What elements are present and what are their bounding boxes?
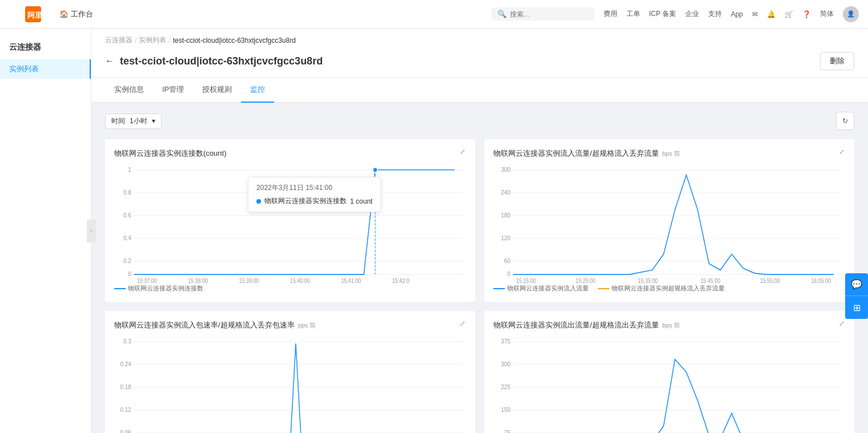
svg-text:15:45:00: 15:45:00	[701, 277, 721, 284]
svg-text:15:37:00: 15:37:00	[137, 277, 157, 284]
tab-auth-rules[interactable]: 授权规则	[193, 78, 241, 103]
chart4-expand-btn[interactable]: ⤢	[836, 318, 847, 329]
support-link[interactable]: 支持	[708, 9, 722, 19]
svg-text:15:55:00: 15:55:00	[760, 277, 780, 284]
sidebar-collapse-btn[interactable]: ‹	[87, 220, 96, 242]
tooltip-label: 物联网云连接器实例连接数	[264, 196, 347, 206]
svg-text:300: 300	[501, 166, 511, 173]
workbench-btn[interactable]: 🏠 工作台	[53, 7, 100, 22]
tab-ip-management[interactable]: IP管理	[153, 78, 193, 103]
avatar[interactable]: 👤	[843, 6, 859, 22]
svg-text:0.6: 0.6	[123, 212, 131, 219]
sidebar-item-instance-list[interactable]: 实例列表	[0, 59, 91, 79]
logo-area: 阿里云	[9, 6, 41, 22]
breadcrumb-item-0[interactable]: 云连接器	[105, 35, 132, 45]
aliyun-logo-icon: 阿里云	[25, 6, 41, 22]
svg-text:15:42:0: 15:42:0	[392, 277, 409, 284]
legend-line-0	[114, 288, 126, 289]
time-selector[interactable]: 时间 1小时 ▾	[105, 114, 162, 129]
help-icon[interactable]: ❓	[802, 10, 811, 18]
chart3-expand-btn[interactable]: ⤢	[457, 318, 468, 329]
lang-switcher[interactable]: 简体	[820, 9, 834, 19]
svg-text:0: 0	[507, 270, 511, 278]
svg-text:15:40:00: 15:40:00	[290, 277, 310, 284]
tab-monitor[interactable]: 监控	[241, 78, 274, 103]
chart1-expand-btn[interactable]: ⤢	[457, 146, 468, 157]
chart4-unit: bps 筒	[662, 321, 681, 330]
search-input[interactable]	[510, 10, 589, 18]
search-box[interactable]: 🔍	[492, 7, 594, 21]
chart1-area: 1 0.8 0.6 0.4 0.2 0	[114, 165, 466, 280]
delete-button[interactable]: 删除	[820, 52, 854, 70]
cart-icon[interactable]: 🛒	[785, 10, 793, 18]
page-layout: 云连接器 实例列表 ‹ 云连接器 / 实例列表 / test-cciot-clo…	[0, 29, 868, 433]
svg-point-15	[373, 167, 377, 172]
page-title-group: ← test-cciot-cloud|iotcc-63hxtjcvcfgcc3u…	[105, 55, 323, 67]
svg-text:15:39:00: 15:39:00	[239, 277, 259, 284]
svg-text:15:15:00: 15:15:00	[516, 277, 536, 284]
refresh-button[interactable]: ↻	[836, 112, 854, 130]
breadcrumb-sep-1: /	[168, 37, 170, 44]
workbench-label: 工作台	[71, 9, 93, 19]
legend-item-0: 物联网云连接器实例连接数	[114, 284, 203, 293]
chart4-title: 物联网云连接器实例流出流量/超规格流出丢弃流量	[493, 320, 659, 330]
app-link[interactable]: App	[731, 10, 743, 18]
svg-text:0.8: 0.8	[123, 189, 131, 196]
chart1-title: 物联网云连接器实例连接数(count)	[114, 148, 226, 159]
monitor-toolbar: 时间 1小时 ▾ ↻	[105, 112, 854, 130]
breadcrumb-sep-0: /	[135, 37, 136, 44]
svg-text:0.12: 0.12	[120, 406, 131, 414]
legend-label-c2-0: 物联网云连接器实例流入流量	[507, 284, 589, 293]
fee-link[interactable]: 费用	[604, 9, 617, 19]
enterprise-link[interactable]: 企业	[685, 9, 699, 19]
back-button[interactable]: ←	[105, 56, 114, 66]
grid-float-btn[interactable]: ⊞	[845, 296, 868, 319]
right-float-buttons: 💬 ⊞	[845, 273, 868, 319]
chart2-expand-btn[interactable]: ⤢	[836, 146, 847, 157]
chat-float-btn[interactable]: 💬	[845, 273, 868, 296]
breadcrumb-item-1[interactable]: 实例列表	[139, 35, 166, 45]
grid-icon: ⊞	[853, 302, 861, 313]
content-header: 云连接器 / 实例列表 / test-cciot-cloud|iotcc-63h…	[91, 29, 868, 78]
main-content: 云连接器 / 实例列表 / test-cciot-cloud|iotcc-63h…	[91, 29, 868, 433]
ticket-link[interactable]: 工单	[626, 9, 640, 19]
svg-text:阿里云: 阿里云	[27, 11, 50, 19]
svg-text:120: 120	[501, 234, 511, 242]
chart2-area: 300 240 180 120 60 0	[493, 165, 845, 280]
legend-label-c2-1: 物联网云连接器实例超规格流入丢弃流量	[612, 284, 725, 293]
svg-text:150: 150	[501, 406, 511, 414]
chart2-title: 物联网云连接器实例流入流量/超规格流入丢弃流量	[493, 148, 659, 159]
tabs-bar: 实例信息 IP管理 授权规则 监控	[91, 78, 868, 103]
svg-text:0.24: 0.24	[120, 361, 131, 368]
charts-grid: 物联网云连接器实例连接数(count) ⤢ 1 0.8 0.6 0.4 0.2 …	[105, 139, 854, 433]
menu-icon[interactable]	[9, 9, 21, 20]
chart2-unit: bps 筒	[662, 149, 681, 158]
svg-text:300: 300	[501, 361, 511, 368]
svg-text:1: 1	[128, 166, 131, 173]
svg-text:16:05:00: 16:05:00	[811, 277, 831, 284]
svg-text:15:41:00: 15:41:00	[341, 277, 361, 284]
svg-text:15:25:00: 15:25:00	[576, 277, 596, 284]
chart-inbound-traffic: 物联网云连接器实例流入流量/超规格流入丢弃流量 bps 筒 ⤢ 300 240 …	[484, 139, 854, 302]
chat-icon: 💬	[851, 279, 862, 290]
legend-line-c2-1	[598, 288, 609, 289]
tab-instance-info[interactable]: 实例信息	[105, 78, 153, 103]
chart3-area: 0.3 0.24 0.18 0.12 0.06 0	[114, 337, 466, 433]
svg-text:0.2: 0.2	[123, 257, 131, 265]
message-icon[interactable]: ✉	[752, 10, 758, 18]
legend-line-c2-0	[493, 288, 505, 289]
svg-text:60: 60	[504, 257, 511, 265]
breadcrumb-current: test-cciot-cloud|iotcc-63hxtjcvcfgcc3u8r…	[173, 37, 296, 44]
page-title: test-cciot-cloud|iotcc-63hxtjcvcfgcc3u8r…	[120, 55, 323, 67]
bell-icon[interactable]: 🔔	[767, 10, 775, 18]
chart1-legend: 物联网云连接器实例连接数	[114, 284, 466, 293]
tooltip-value: 1 count	[350, 197, 372, 205]
svg-text:15:35:00: 15:35:00	[638, 277, 658, 284]
tooltip-row-0: 物联网云连接器实例连接数 1 count	[256, 196, 372, 206]
svg-text:0.4: 0.4	[123, 234, 131, 242]
chart4-svg: 375 300 225 150 75 0	[493, 337, 845, 433]
chart3-unit: pps 筒	[298, 321, 316, 330]
svg-text:225: 225	[501, 383, 511, 391]
sidebar: 云连接器 实例列表 ‹	[0, 29, 91, 433]
icp-link[interactable]: ICP 备案	[649, 9, 676, 19]
